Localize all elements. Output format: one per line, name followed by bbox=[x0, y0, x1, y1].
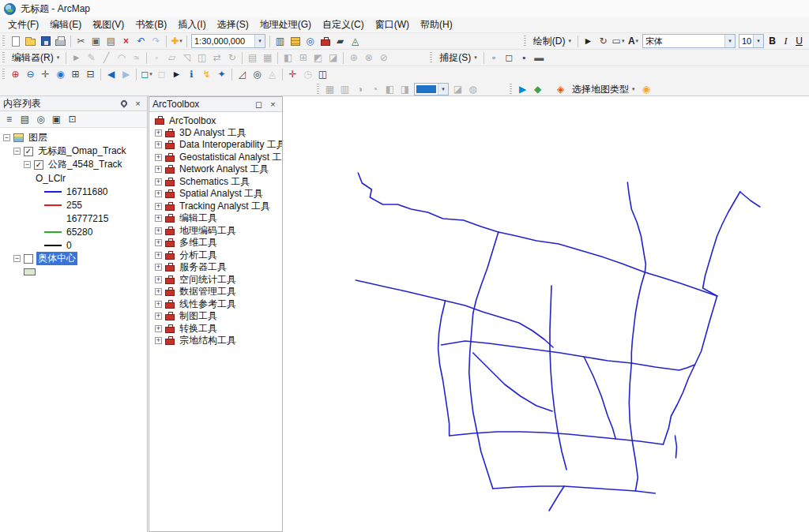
effects-layer-icon[interactable]: ▥ bbox=[337, 82, 352, 96]
shared-features-icon[interactable]: ◪ bbox=[325, 51, 341, 65]
time-slider-icon[interactable]: ◷ bbox=[300, 67, 315, 81]
toolbar-grip[interactable] bbox=[2, 36, 5, 47]
list-by-drawing-order-icon[interactable]: ≡ bbox=[2, 112, 17, 126]
toolbox-item-16[interactable]: +转换工具 bbox=[149, 323, 282, 335]
legend-0[interactable]: 0 bbox=[0, 238, 147, 252]
polygon-symbol-swatch[interactable] bbox=[24, 268, 36, 275]
open-icon[interactable] bbox=[23, 34, 38, 48]
full-extent-icon[interactable]: ◉ bbox=[53, 67, 68, 81]
legend-aoti-polygon[interactable] bbox=[0, 265, 147, 279]
tree-expander[interactable]: − bbox=[3, 134, 10, 141]
zoom-in-icon[interactable]: ⊕ bbox=[8, 67, 23, 81]
layer-gonglu-4548-track[interactable]: −✓公路_4548_Track bbox=[0, 158, 147, 171]
point-snapping-icon[interactable]: ▫ bbox=[487, 51, 502, 65]
toolbox-item-1[interactable]: +Data Interoperability 工具 bbox=[149, 139, 282, 152]
flicker-icon[interactable]: ◍ bbox=[465, 82, 480, 96]
back-extent-icon[interactable]: ◀ bbox=[103, 67, 119, 81]
tree-expander[interactable]: + bbox=[155, 239, 162, 246]
undo-icon[interactable]: ↶ bbox=[134, 34, 149, 48]
tree-expander[interactable]: + bbox=[155, 264, 162, 271]
tree-expander[interactable]: + bbox=[155, 190, 162, 197]
search-window-icon[interactable]: ◎ bbox=[303, 34, 318, 48]
transparency-icon[interactable]: ◧ bbox=[382, 82, 397, 96]
reshape-feature-icon[interactable]: ◹ bbox=[179, 51, 194, 65]
forward-extent-icon[interactable]: ▶ bbox=[119, 67, 134, 81]
contrast-icon[interactable]: ◑ bbox=[352, 82, 367, 96]
toolbox-item-4[interactable]: +Schematics 工具 bbox=[149, 176, 282, 189]
layers-root[interactable]: −图层 bbox=[0, 131, 147, 144]
list-by-visibility-icon[interactable]: ◎ bbox=[33, 112, 48, 126]
edge-snapping-icon[interactable]: ▬ bbox=[532, 51, 547, 65]
map-canvas[interactable] bbox=[283, 96, 809, 532]
split-tool-icon[interactable]: ⇄ bbox=[209, 51, 224, 65]
end-snapping-icon[interactable]: ◻ bbox=[502, 51, 517, 65]
toc-close-button[interactable]: × bbox=[132, 98, 144, 110]
symbol-color-swatch[interactable]: ▾ bbox=[414, 83, 449, 96]
toolbar-grip[interactable] bbox=[524, 36, 526, 47]
zoom-out-icon[interactable]: ⊖ bbox=[23, 67, 38, 81]
point-tool-icon[interactable]: ◦ bbox=[149, 51, 164, 65]
tree-expander[interactable]: − bbox=[13, 148, 21, 155]
tree-expander[interactable]: + bbox=[155, 227, 162, 234]
toolbox-item-8[interactable]: +地理编码工具 bbox=[149, 225, 282, 238]
menu-item-8[interactable]: 窗口(W) bbox=[370, 17, 415, 33]
viewer-window-icon[interactable]: ◫ bbox=[315, 67, 330, 81]
edit-annotation-tool-icon[interactable]: ✎ bbox=[84, 51, 99, 65]
vertex-snapping-icon[interactable]: ▪ bbox=[517, 51, 532, 65]
tree-expander[interactable]: + bbox=[155, 178, 162, 185]
dim-layer-icon[interactable]: ◪ bbox=[450, 82, 465, 96]
create-features-icon[interactable]: ◧ bbox=[280, 51, 295, 65]
html-popup-icon[interactable]: ✦ bbox=[214, 67, 229, 81]
toolbox-item-14[interactable]: +线性参考工具 bbox=[149, 298, 282, 311]
topology-edit-icon[interactable]: ◩ bbox=[310, 51, 325, 65]
arctoolbox-restore-button[interactable]: ◻ bbox=[253, 99, 265, 111]
arctoolbox-close-button[interactable]: × bbox=[267, 99, 279, 111]
list-by-source-icon[interactable]: ▤ bbox=[17, 112, 32, 126]
copy-icon[interactable]: ▣ bbox=[88, 34, 103, 48]
toolbar-grip[interactable] bbox=[317, 84, 319, 96]
menu-item-1[interactable]: 编辑(E) bbox=[44, 17, 87, 33]
find-icon[interactable]: ◎ bbox=[250, 67, 265, 81]
layer-aoti-center[interactable]: −奥体中心 bbox=[0, 252, 147, 265]
layer-omap-track[interactable]: −✓无标题_Omap_Track bbox=[0, 144, 147, 158]
trace-tool-icon[interactable]: ≈ bbox=[129, 51, 144, 65]
add-data-icon[interactable]: ✚▾ bbox=[169, 34, 184, 48]
tree-expander[interactable]: + bbox=[155, 215, 162, 222]
font-combo[interactable]: 宋体▾ bbox=[642, 34, 736, 48]
toolbar-grip[interactable] bbox=[2, 52, 5, 64]
table-of-contents-window-icon[interactable]: ▥ bbox=[273, 34, 288, 48]
menu-item-3[interactable]: 书签(B) bbox=[130, 17, 172, 33]
tree-expander[interactable]: − bbox=[13, 255, 21, 262]
print-icon[interactable] bbox=[53, 34, 68, 48]
cut-icon[interactable]: ✂ bbox=[73, 34, 88, 48]
find-route-icon[interactable]: ◬ bbox=[265, 67, 280, 81]
swipe-layer-icon[interactable]: ◨ bbox=[397, 82, 412, 96]
toolbox-item-6[interactable]: +Tracking Analyst 工具 bbox=[149, 200, 282, 213]
tree-expander[interactable]: + bbox=[155, 141, 162, 148]
tracking-play-icon[interactable]: ▶ bbox=[515, 82, 530, 96]
editor-menu[interactable]: 编辑器(R)▾ bbox=[8, 51, 63, 65]
pixel-inspector-icon[interactable]: ▦ bbox=[322, 82, 337, 96]
legend-65280[interactable]: 65280 bbox=[0, 225, 147, 238]
endpoint-arc-icon[interactable]: ◠ bbox=[114, 51, 129, 65]
snap-toggle-icon[interactable]: ⊞ bbox=[295, 51, 310, 65]
legend-field-olclr[interactable]: O_LClr bbox=[0, 171, 147, 185]
clip-icon[interactable]: ⊘ bbox=[376, 51, 391, 65]
menu-item-4[interactable]: 插入(I) bbox=[172, 17, 211, 33]
delete-icon[interactable]: × bbox=[119, 34, 134, 48]
layer-checkbox[interactable]: ✓ bbox=[24, 147, 33, 156]
layer-checkbox[interactable]: ✓ bbox=[34, 160, 43, 170]
line-symbol-swatch[interactable] bbox=[44, 218, 62, 219]
union-icon[interactable]: ⊕ bbox=[346, 51, 361, 65]
toc-pin-button[interactable] bbox=[118, 98, 130, 110]
tree-expander[interactable]: + bbox=[155, 166, 162, 173]
layer-checkbox[interactable] bbox=[24, 254, 33, 264]
tree-expander[interactable]: + bbox=[155, 325, 162, 332]
clear-selection-icon[interactable]: ◻ bbox=[154, 67, 169, 81]
fixed-zoom-out-icon[interactable]: ⊟ bbox=[83, 67, 98, 81]
edit-vertices-icon[interactable]: ▱ bbox=[164, 51, 179, 65]
toolbar-grip[interactable] bbox=[2, 69, 5, 81]
arctoolbox-root[interactable]: ArcToolbox bbox=[149, 114, 282, 127]
line-symbol-swatch[interactable] bbox=[44, 204, 62, 206]
tree-expander[interactable]: + bbox=[155, 252, 162, 259]
